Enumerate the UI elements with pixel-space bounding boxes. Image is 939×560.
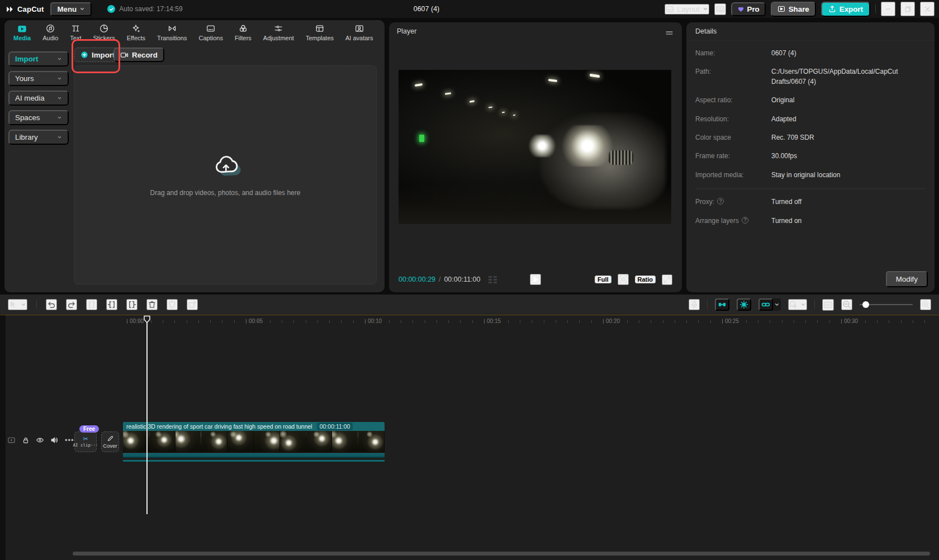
play-button[interactable] <box>530 274 541 285</box>
detail-row: Name:0607 (4) <box>686 44 935 63</box>
close-button[interactable] <box>920 2 935 16</box>
ruler-minor-tick <box>663 320 663 323</box>
export-button[interactable]: Export <box>821 2 870 17</box>
filters-icon <box>239 24 248 34</box>
ruler-minor-tick <box>924 320 925 323</box>
zoom-slider-knob[interactable] <box>862 301 869 308</box>
shortcuts-button[interactable] <box>714 3 726 15</box>
tab-ai-avatars[interactable]: AI avatars <box>341 22 378 43</box>
share-button[interactable]: Share <box>771 2 816 17</box>
cursor-tool-button[interactable] <box>8 299 27 310</box>
minimize-button[interactable] <box>881 2 895 16</box>
check-icon <box>107 5 115 13</box>
cover-button[interactable]: Cover <box>101 431 119 452</box>
menu-button[interactable]: Menu <box>50 2 92 16</box>
tab-stickers[interactable]: Stickers <box>89 22 120 43</box>
clip-thumbnail <box>358 431 385 452</box>
pencil-icon <box>107 435 114 442</box>
sidebar-item-ai-media[interactable]: AI media <box>8 91 69 106</box>
delete-left-button[interactable] <box>106 299 117 310</box>
select-mode-button[interactable] <box>788 299 807 310</box>
sidebar-item-spaces[interactable]: Spaces <box>8 110 69 125</box>
detail-row: Arrange layers?Turned on <box>686 212 935 230</box>
clip-audio-strip[interactable] <box>123 453 385 458</box>
timeline-ruler[interactable]: 00:0000:0500:1000:1500:2000:2500:30 <box>0 315 939 328</box>
preview-zoom-button[interactable] <box>618 274 629 285</box>
chevron-down-icon <box>57 56 62 61</box>
tab-audio[interactable]: Audio <box>38 22 63 43</box>
preview-frames-button[interactable] <box>822 299 834 311</box>
delete-right-button[interactable] <box>126 299 137 310</box>
ratio-button[interactable]: Ratio <box>635 276 656 283</box>
ruler-minor-tick <box>675 320 675 323</box>
tab-effects[interactable]: Effects <box>122 22 150 43</box>
help-icon[interactable]: ? <box>717 198 724 205</box>
chevron-down-icon[interactable] <box>773 298 781 311</box>
delete-button[interactable] <box>146 299 158 310</box>
chevron-down-icon <box>57 96 62 101</box>
ruler-label: 00:15 <box>487 318 501 324</box>
media-tabbar: MediaAudioTextStickersEffectsTransitions… <box>4 20 385 45</box>
playhead-handle[interactable] <box>143 315 151 324</box>
tab-text[interactable]: Text <box>65 22 86 43</box>
timeline-zoom-slider[interactable] <box>860 301 913 309</box>
full-preview-button[interactable]: Full <box>595 276 611 283</box>
main-track-magnetic-toggle[interactable] <box>715 298 729 311</box>
sidebar-item-library[interactable]: Library <box>8 130 69 145</box>
hide-track-icon[interactable] <box>36 436 44 444</box>
record-button[interactable]: Record <box>113 48 164 62</box>
layout-button[interactable]: Layout <box>665 4 709 15</box>
app-name: CapCut <box>17 5 44 13</box>
split-button[interactable] <box>86 299 97 310</box>
zoom-out-button[interactable] <box>841 299 852 310</box>
ai-clip-button[interactable]: ✂ AI clip··· <box>74 431 97 452</box>
cloud-upload-icon <box>212 153 238 175</box>
ruler-minor-tick <box>151 320 151 323</box>
clip-thumbnails <box>123 431 385 452</box>
ruler-minor-tick <box>341 320 342 323</box>
track-main-icon[interactable] <box>7 436 16 444</box>
stickers-icon <box>99 24 108 34</box>
ruler-minor-tick <box>865 320 866 323</box>
mute-track-icon[interactable] <box>50 436 59 444</box>
ruler-minor-tick <box>805 320 806 323</box>
tab-media[interactable]: Media <box>9 22 35 43</box>
video-clip[interactable]: realistic 3D rendering of sport car driv… <box>123 422 385 452</box>
tab-filters[interactable]: Filters <box>230 22 256 43</box>
playhead-line[interactable] <box>146 317 148 514</box>
pro-badge[interactable]: Pro <box>731 2 766 16</box>
mark-button[interactable] <box>167 299 178 310</box>
link-clips-toggle[interactable] <box>758 298 773 311</box>
ruler-minor-tick <box>210 320 211 323</box>
fullscreen-icon[interactable] <box>662 274 672 285</box>
sidebar-item-import[interactable]: Import <box>8 51 69 67</box>
ruler-major-tick <box>603 319 604 324</box>
media-dropzone[interactable]: Drag and drop videos, photos, and audio … <box>74 65 377 284</box>
redo-button[interactable] <box>66 299 77 310</box>
restore-button[interactable] <box>900 2 915 16</box>
ruler-label: 00:05 <box>249 318 263 324</box>
add-clip-button[interactable] <box>187 299 198 310</box>
auto-snap-toggle[interactable] <box>737 298 751 311</box>
ruler-minor-tick <box>270 320 271 323</box>
help-icon[interactable]: ? <box>742 217 748 224</box>
clip-thumbnail <box>201 431 227 452</box>
ruler-minor-tick <box>532 320 532 323</box>
player-menu-icon[interactable] <box>665 29 674 38</box>
timeline-toolbar <box>0 295 939 315</box>
voiceover-mic-button[interactable] <box>689 299 700 310</box>
zoom-in-button[interactable] <box>920 299 931 310</box>
undo-button[interactable] <box>46 299 57 310</box>
timeline-horizontal-scrollbar[interactable] <box>73 552 930 556</box>
tab-templates[interactable]: Templates <box>301 22 338 43</box>
lock-track-icon[interactable] <box>22 436 30 444</box>
sidebar-item-yours[interactable]: Yours <box>8 71 69 86</box>
tab-adjustment[interactable]: Adjustment <box>259 22 298 43</box>
tab-transitions[interactable]: Transitions <box>153 22 191 43</box>
clip-thumbnail <box>332 431 358 452</box>
preview-mode-icon[interactable] <box>489 276 497 283</box>
modify-button[interactable]: Modify <box>886 271 928 287</box>
ai-scissors-icon: ✂ <box>83 436 88 442</box>
tab-captions[interactable]: Captions <box>194 22 227 43</box>
ruler-minor-tick <box>853 320 853 323</box>
